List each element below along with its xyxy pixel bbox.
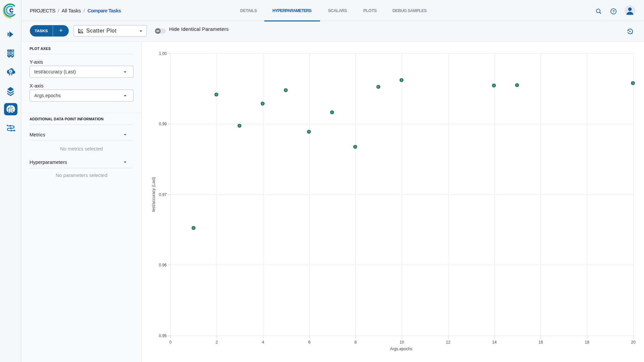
svg-text:?: ?: [612, 9, 614, 13]
svg-text:0: 0: [169, 340, 172, 345]
svg-text:0.99: 0.99: [159, 122, 167, 126]
svg-text:18: 18: [585, 340, 589, 345]
svg-text:12: 12: [446, 340, 450, 345]
svg-text:1.00: 1.00: [159, 51, 167, 56]
svg-text:0.96: 0.96: [159, 263, 167, 267]
svg-text:C: C: [9, 7, 13, 13]
svg-text:20: 20: [631, 340, 636, 345]
svg-text:4: 4: [262, 340, 264, 345]
svg-text:2: 2: [216, 340, 218, 345]
svg-text:16: 16: [538, 340, 543, 345]
svg-text:test/accuracy (Last): test/accuracy (Last): [151, 177, 156, 212]
svg-text:0.95: 0.95: [159, 334, 167, 338]
svg-text:10: 10: [399, 340, 404, 345]
svg-text:0.97: 0.97: [159, 192, 167, 197]
svg-text:Args.epochs: Args.epochs: [390, 347, 413, 351]
svg-text:6: 6: [308, 340, 311, 345]
svg-text:14: 14: [492, 340, 497, 345]
svg-text:8: 8: [355, 340, 357, 345]
